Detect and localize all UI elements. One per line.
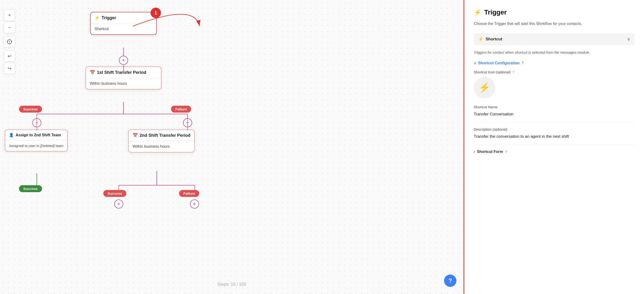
- trigger-selector-chevron: ∨: [627, 36, 630, 42]
- failure-badge-2: Failure: [179, 190, 199, 197]
- toolbar: + − ↩ ↪: [4, 10, 15, 74]
- shortcut-name-section: Shortcut Name Transfer Conversation: [474, 105, 634, 116]
- assign-icon: 👤: [9, 133, 14, 137]
- center-button[interactable]: [4, 36, 15, 48]
- workflow-connections: [0, 0, 464, 294]
- divider-1: [474, 122, 634, 122]
- assign-node-body: Assigned to user in [Deleted] team: [5, 140, 67, 151]
- success-badge-2: Success: [103, 190, 126, 197]
- description-section: Description (optional) Transfer the conv…: [474, 127, 634, 139]
- add-button-4[interactable]: +: [114, 200, 123, 208]
- shortcut-config-help-icon[interactable]: ?: [522, 61, 524, 65]
- assign-node-header: 👤 Assign to 2nd Shift Team: [5, 130, 67, 140]
- trigger-selector-icon: ⚡: [478, 36, 483, 42]
- undo-button[interactable]: ↩: [4, 50, 15, 62]
- help-button[interactable]: ?: [444, 274, 456, 287]
- svg-point-1: [9, 41, 10, 42]
- redo-button[interactable]: ↪: [4, 63, 15, 74]
- shortcut-icon-label: Shortcut Icon (optional) ?: [474, 70, 634, 74]
- add-button-2[interactable]: +: [32, 118, 41, 127]
- step-badge: 1: [150, 8, 161, 18]
- shortcut-icon-help-icon[interactable]: ?: [512, 70, 514, 74]
- add-button-3[interactable]: +: [183, 118, 192, 127]
- steps-counter: Steps: 10 / 100: [217, 282, 246, 287]
- description-value: Transfer the conversation to an agent in…: [474, 134, 634, 139]
- shortcut-icon-preview[interactable]: ⚡: [474, 77, 495, 98]
- trigger-node[interactable]: 1 ⚡ Trigger Shortcut: [90, 12, 157, 35]
- workflow-canvas: + − ↩ ↪: [0, 0, 464, 294]
- shift1-node-body: Within business hours: [86, 78, 161, 89]
- success-badge-1: Success: [19, 106, 42, 112]
- trigger-node-body: Shortcut: [91, 24, 156, 34]
- shortcut-form-header[interactable]: › Shortcut Form ?: [474, 150, 634, 154]
- description-label: Description (optional): [474, 127, 634, 131]
- right-panel: ⚡ Trigger Choose the Trigger that will s…: [464, 0, 644, 294]
- trigger-node-header: ⚡ Trigger: [91, 12, 156, 24]
- shift1-node[interactable]: 📅 1st Shift Transfer Period Within busin…: [86, 66, 162, 90]
- zoom-out-button[interactable]: −: [4, 22, 15, 33]
- calendar-icon: 📅: [90, 70, 95, 75]
- calendar2-icon: 📅: [132, 133, 138, 138]
- add-button-5[interactable]: +: [190, 200, 199, 208]
- panel-title: ⚡ Trigger: [474, 8, 634, 16]
- zoom-in-button[interactable]: +: [4, 10, 15, 21]
- add-button-1[interactable]: +: [119, 56, 128, 65]
- section-chevron-icon: ∨: [474, 61, 476, 65]
- shortcut-form-chevron-icon: ›: [474, 150, 475, 154]
- panel-title-icon: ⚡: [474, 9, 481, 16]
- trigger-icon: ⚡: [94, 15, 100, 20]
- shift2-node-header: 📅 2nd Shift Transfer Period: [129, 130, 194, 141]
- shortcut-form-help-icon[interactable]: ?: [505, 150, 507, 154]
- trigger-italic-desc: Triggers for contact when shortcut is se…: [474, 50, 634, 55]
- trigger-selector[interactable]: ⚡ Shortcut ∨: [474, 33, 634, 45]
- success-badge-green: Success: [19, 185, 42, 192]
- shift2-node[interactable]: 📅 2nd Shift Transfer Period Within busin…: [128, 130, 195, 152]
- shortcut-name-value: Transfer Conversation: [474, 112, 634, 116]
- shift2-node-body: Within business hours: [129, 141, 194, 152]
- failure-badge-1: Failure: [171, 106, 191, 112]
- shortcut-config-header[interactable]: ∨ Shortcut Configuration ?: [474, 61, 634, 65]
- trigger-selector-left: ⚡ Shortcut: [478, 36, 502, 42]
- shortcut-name-label: Shortcut Name: [474, 105, 634, 109]
- assign-node[interactable]: 👤 Assign to 2nd Shift Team Assigned to u…: [5, 130, 68, 152]
- panel-description: Choose the Trigger that will start this …: [474, 21, 634, 26]
- shift1-node-header: 📅 1st Shift Transfer Period: [86, 67, 161, 78]
